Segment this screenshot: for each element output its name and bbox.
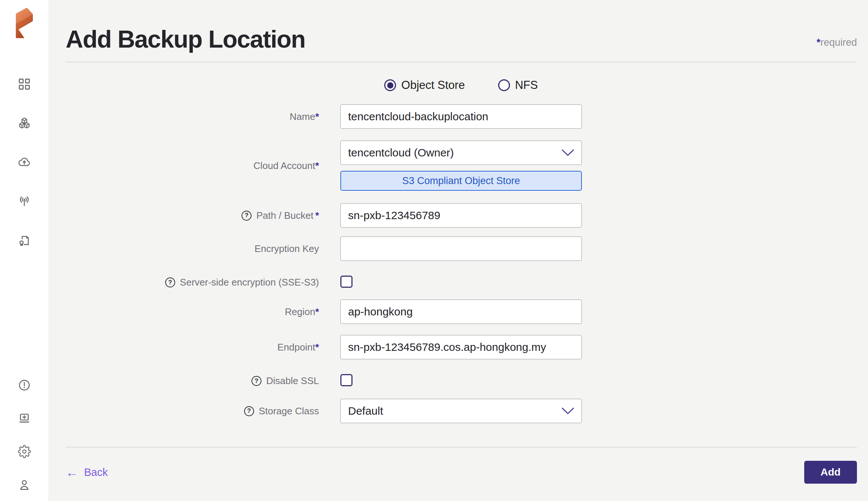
main-content: Add Backup Location *required Object Sto… <box>49 0 868 501</box>
endpoint-required-asterisk: * <box>315 342 319 353</box>
path-bucket-help-icon[interactable]: ? <box>242 211 251 221</box>
sidebar-item-alerts[interactable] <box>18 379 31 392</box>
path-bucket-input[interactable] <box>340 203 582 228</box>
storage-type-row: Object Store NFS <box>66 79 857 92</box>
header-divider <box>66 62 857 62</box>
name-required-asterisk: * <box>315 111 319 122</box>
antenna-broadcast-icon <box>18 195 31 208</box>
region-required-asterisk: * <box>315 306 319 317</box>
name-input[interactable] <box>340 104 582 129</box>
sidebar-item-settings[interactable] <box>18 445 31 458</box>
alert-circle-icon <box>18 379 31 392</box>
sse-checkbox[interactable] <box>340 276 353 288</box>
path-bucket-row: ? Path / Bucket* <box>66 203 857 228</box>
nfs-radio-label: NFS <box>515 79 538 92</box>
back-link-label: Back <box>84 466 108 478</box>
sidebar-item-clusters[interactable] <box>18 117 31 130</box>
cloud-account-required-asterisk: * <box>315 160 319 171</box>
region-input[interactable] <box>340 300 582 324</box>
chevron-down-icon <box>562 149 574 156</box>
cloud-account-row: Cloud Account* tencentcloud (Owner) S3 C… <box>66 141 857 191</box>
add-button[interactable]: Add <box>804 461 857 484</box>
certificate-file-icon <box>18 234 31 247</box>
sse-help-icon[interactable]: ? <box>165 277 175 287</box>
percona-everest-logo[interactable] <box>15 7 34 41</box>
cloud-account-label: Cloud Account* <box>253 160 319 172</box>
cloud-account-select[interactable]: tencentcloud (Owner) <box>340 141 582 165</box>
dashboard-icon <box>18 77 31 91</box>
required-asterisk: * <box>816 37 820 48</box>
sidebar-item-dashboard[interactable] <box>18 77 31 91</box>
page-header: Add Backup Location *required <box>66 27 857 52</box>
required-hint-text: required <box>820 37 857 48</box>
sidebar-nav-bottom <box>18 379 31 491</box>
sidebar-nav-top <box>18 77 31 247</box>
s3-compliant-tag[interactable]: S3 Compliant Object Store <box>340 171 582 191</box>
page-title: Add Backup Location <box>66 27 305 52</box>
cloud-account-selected-value: tencentcloud (Owner) <box>348 146 454 159</box>
disable-ssl-row: ? Disable SSL <box>66 374 857 388</box>
person-icon <box>18 478 31 491</box>
back-arrow-icon: ← <box>66 466 78 478</box>
app-window: Add Backup Location *required Object Sto… <box>0 0 868 501</box>
chevron-down-icon <box>562 408 574 415</box>
cloud-upload-icon <box>18 156 31 169</box>
region-row: Region* <box>66 300 857 324</box>
sse-label: Server-side encryption (SSE-S3) <box>180 277 319 288</box>
storage-class-label: Storage Class <box>259 405 319 417</box>
required-hint: *required <box>816 37 857 48</box>
back-link[interactable]: ← Back <box>66 466 108 478</box>
path-bucket-required-asterisk: * <box>315 210 319 221</box>
form-footer: ← Back Add <box>66 461 857 484</box>
disable-ssl-checkbox[interactable] <box>340 374 353 386</box>
endpoint-input[interactable] <box>340 335 582 359</box>
encryption-key-input[interactable] <box>340 236 582 261</box>
sse-row: ? Server-side encryption (SSE-S3) <box>66 276 857 289</box>
disable-ssl-label: Disable SSL <box>266 375 319 387</box>
storage-class-help-icon[interactable]: ? <box>244 406 254 416</box>
sidebar-item-monitoring[interactable] <box>18 195 31 208</box>
backup-location-form: Object Store NFS Name* Cloud Acco <box>66 79 857 423</box>
sidebar <box>0 0 49 501</box>
encryption-key-label: Encryption Key <box>254 243 319 255</box>
logo-ribbon-icon <box>15 7 34 39</box>
sidebar-item-policies[interactable] <box>18 234 31 247</box>
endpoint-label: Endpoint* <box>277 342 319 353</box>
name-row: Name* <box>66 104 857 129</box>
object-store-radio[interactable] <box>384 79 396 91</box>
storage-class-selected-value: Default <box>348 405 383 417</box>
radio-option-object-store[interactable]: Object Store <box>384 79 465 92</box>
object-store-radio-label: Object Store <box>401 79 465 92</box>
storage-type-radio-group: Object Store NFS <box>340 79 582 92</box>
radio-option-nfs[interactable]: NFS <box>498 79 538 92</box>
endpoint-row: Endpoint* <box>66 335 857 359</box>
region-label: Region* <box>285 306 319 318</box>
sidebar-item-backups[interactable] <box>18 156 31 169</box>
sidebar-item-profile[interactable] <box>18 478 31 491</box>
path-bucket-label: Path / Bucket* <box>256 210 319 221</box>
laptop-plus-icon <box>18 412 31 425</box>
encryption-key-row: Encryption Key <box>66 236 857 261</box>
nfs-radio[interactable] <box>498 79 510 91</box>
sidebar-item-support[interactable] <box>18 412 31 425</box>
storage-class-select[interactable]: Default <box>340 399 582 423</box>
gear-icon <box>18 445 31 458</box>
clusters-cubes-icon <box>18 117 31 130</box>
footer-divider <box>66 447 857 448</box>
disable-ssl-help-icon[interactable]: ? <box>251 376 261 386</box>
storage-class-row: ? Storage Class Default <box>66 399 857 423</box>
name-label: Name* <box>290 111 319 122</box>
